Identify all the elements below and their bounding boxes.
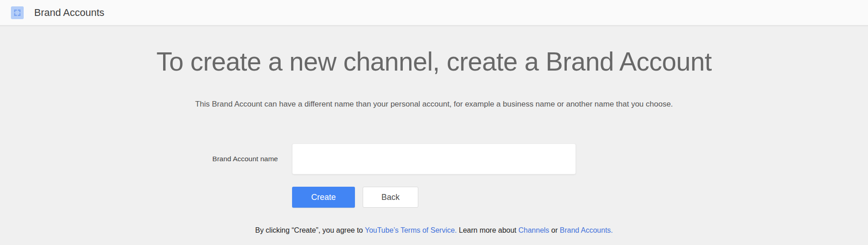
footer-note: By clicking “Create”, you agree to YouTu… xyxy=(0,226,868,235)
back-button[interactable]: Back xyxy=(363,187,418,208)
brand-accounts-link[interactable]: Brand Accounts. xyxy=(560,226,613,234)
brand-account-name-input[interactable] xyxy=(292,143,576,174)
button-row: Create Back xyxy=(292,187,576,208)
brand-account-name-label: Brand Account name xyxy=(212,155,278,163)
footer-text: Learn more about xyxy=(457,226,519,234)
subtitle: This Brand Account can have a different … xyxy=(0,99,868,109)
top-bar: Brand Accounts xyxy=(0,0,868,26)
brand-account-form: Brand Account name xyxy=(292,143,576,174)
brand-accounts-icon xyxy=(11,6,24,19)
terms-of-service-link[interactable]: YouTube’s Terms of Service. xyxy=(365,226,457,234)
main-heading: To create a new channel, create a Brand … xyxy=(0,47,868,76)
main-content: To create a new channel, create a Brand … xyxy=(0,47,868,235)
channels-link[interactable]: Channels xyxy=(519,226,550,234)
create-button[interactable]: Create xyxy=(292,187,355,208)
page-title: Brand Accounts xyxy=(34,7,104,19)
footer-text: or xyxy=(549,226,560,234)
footer-text: By clicking “Create”, you agree to xyxy=(255,226,365,234)
